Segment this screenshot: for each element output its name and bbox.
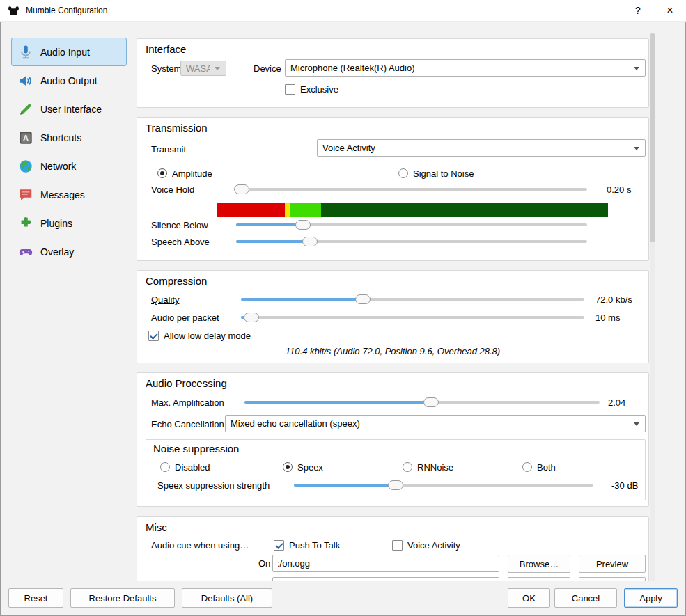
audio-per-packet-value: 10 ms xyxy=(595,313,620,323)
ns-rnnoise-label: RNNoise xyxy=(417,462,453,473)
gamepad-icon xyxy=(18,244,33,260)
sidebar-item-overlay[interactable]: Overlay xyxy=(11,237,127,266)
cue-off-browse-button[interactable]: Browse… xyxy=(508,577,570,581)
scrollbar-thumb[interactable] xyxy=(650,33,655,242)
preview-button-label: Preview xyxy=(596,581,628,582)
quality-slider[interactable] xyxy=(241,292,584,306)
vu-yellow-segment xyxy=(285,203,290,217)
speech-above-slider[interactable] xyxy=(236,235,587,248)
transmit-label: Transmit xyxy=(151,144,186,155)
ns-both-radio[interactable] xyxy=(522,462,532,472)
slider-fill xyxy=(236,240,310,243)
noise-suppression-group: Noise suppression Disabled Speex RNNoise… xyxy=(146,439,646,500)
push-to-talk-checkbox[interactable] xyxy=(274,540,284,551)
audio-level-meter xyxy=(217,203,608,217)
defaults-all-button[interactable]: Defaults (All) xyxy=(182,588,272,608)
title-bar: Mumble Configuration ? × xyxy=(0,0,686,22)
signal-to-noise-radio[interactable] xyxy=(398,168,408,178)
ns-speex-radio-row: Speex xyxy=(283,461,323,473)
browse-button-label: Browse… xyxy=(520,581,559,582)
chevron-down-icon xyxy=(634,147,639,150)
quality-label: Quality xyxy=(151,294,179,305)
noise-suppression-title: Noise suppression xyxy=(153,443,239,455)
cue-off-input[interactable] xyxy=(272,577,499,581)
slider-thumb[interactable] xyxy=(295,220,311,230)
microphone-icon xyxy=(18,45,33,60)
cue-on-preview-button[interactable]: Preview xyxy=(579,555,646,573)
mumble-configuration-window: { "window": { "title": "Mumble Configura… xyxy=(0,0,686,616)
silence-below-slider[interactable] xyxy=(236,218,587,232)
misc-group-title: Misc xyxy=(146,521,167,533)
reset-button[interactable]: Reset xyxy=(8,588,63,608)
ns-speex-radio[interactable] xyxy=(283,462,293,472)
low-delay-checkbox[interactable] xyxy=(148,331,159,341)
ns-rnnoise-radio[interactable] xyxy=(403,462,412,472)
sidebar-item-plugins[interactable]: Plugins xyxy=(11,209,127,237)
keycap-a-icon: A xyxy=(18,130,33,145)
slider-fill xyxy=(294,484,396,487)
device-select[interactable]: Microphone (Realtek(R) Audio) xyxy=(285,59,646,77)
amplitude-radio-row: Amplitude xyxy=(157,168,212,179)
ns-disabled-radio[interactable] xyxy=(160,462,170,472)
apply-button[interactable]: Apply xyxy=(624,588,678,608)
help-button[interactable]: ? xyxy=(622,0,654,21)
slider-thumb[interactable] xyxy=(302,237,318,246)
slider-thumb[interactable] xyxy=(388,480,403,490)
cue-on-input[interactable] xyxy=(272,555,499,572)
signal-to-noise-label: Signal to Noise xyxy=(413,168,474,179)
vu-dark-green-segment xyxy=(321,203,608,217)
slider-thumb[interactable] xyxy=(244,313,259,322)
max-amplification-slider[interactable] xyxy=(244,395,600,409)
slider-thumb[interactable] xyxy=(423,397,439,407)
voice-activity-checkbox-row: Voice Activity xyxy=(392,539,460,551)
push-to-talk-checkbox-row: Push To Talk xyxy=(274,539,340,551)
audio-per-packet-label: Audio per packet xyxy=(151,313,219,323)
audio-per-packet-slider[interactable] xyxy=(241,310,584,324)
sidebar-item-messages[interactable]: Messages xyxy=(11,180,127,209)
settings-sidebar: Audio Input Audio Output User Interface … xyxy=(11,38,127,266)
sidebar-item-audio-output[interactable]: Audio Output xyxy=(11,66,127,95)
speaker-icon xyxy=(18,73,33,88)
ns-both-radio-row: Both xyxy=(522,461,556,473)
close-button[interactable]: × xyxy=(654,0,686,21)
interface-group: Interface System WASAPI Device Microphon… xyxy=(137,38,649,108)
cue-on-browse-button[interactable]: Browse… xyxy=(508,555,570,573)
cue-off-preview-button[interactable]: Preview xyxy=(579,577,646,581)
reset-button-label: Reset xyxy=(24,593,48,603)
sidebar-item-network[interactable]: Network xyxy=(11,152,127,180)
audio-cue-label: Audio cue when using… xyxy=(151,540,249,551)
puzzle-icon xyxy=(18,216,33,231)
amplitude-radio[interactable] xyxy=(157,168,167,178)
slider-fill xyxy=(244,401,431,404)
voice-hold-slider[interactable] xyxy=(235,182,587,196)
slider-track xyxy=(235,188,587,191)
svg-text:A: A xyxy=(23,134,29,142)
voice-hold-value: 0.20 s xyxy=(607,184,631,195)
voice-activity-checkbox[interactable] xyxy=(392,540,403,551)
amplitude-label: Amplitude xyxy=(172,168,212,179)
vertical-scrollbar[interactable] xyxy=(650,33,655,581)
sidebar-item-audio-input[interactable]: Audio Input xyxy=(11,38,127,66)
restore-defaults-button[interactable]: Restore Defaults xyxy=(70,588,175,608)
echo-cancellation-select[interactable]: Mixed echo cancellation (speex) xyxy=(225,415,646,432)
slider-thumb[interactable] xyxy=(234,184,249,194)
sidebar-item-label: Overlay xyxy=(40,246,74,258)
low-delay-label: Allow low delay mode xyxy=(164,331,251,341)
interface-group-title: Interface xyxy=(146,43,186,55)
chat-bubble-icon xyxy=(18,187,33,203)
exclusive-checkbox[interactable] xyxy=(285,84,295,95)
bandwidth-summary: 110.4 kbit/s (Audio 72.0, Position 9.6, … xyxy=(137,346,648,356)
silence-below-label: Silence Below xyxy=(151,220,208,230)
ns-both-label: Both xyxy=(537,462,556,473)
sidebar-item-user-interface[interactable]: User Interface xyxy=(11,95,127,123)
sidebar-item-shortcuts[interactable]: A Shortcuts xyxy=(11,123,127,152)
ok-button[interactable]: OK xyxy=(508,588,550,608)
transmit-select[interactable]: Voice Activity xyxy=(317,139,646,157)
ns-speex-label: Speex xyxy=(297,462,323,473)
speex-strength-slider[interactable] xyxy=(294,478,593,492)
compression-group: Compression Quality 72.0 kb/s Audio per … xyxy=(137,270,649,363)
sidebar-item-label: Network xyxy=(40,161,76,172)
cancel-button[interactable]: Cancel xyxy=(554,588,617,608)
misc-group: Misc Audio cue when using… Push To Talk … xyxy=(137,516,649,581)
slider-thumb[interactable] xyxy=(355,294,371,304)
